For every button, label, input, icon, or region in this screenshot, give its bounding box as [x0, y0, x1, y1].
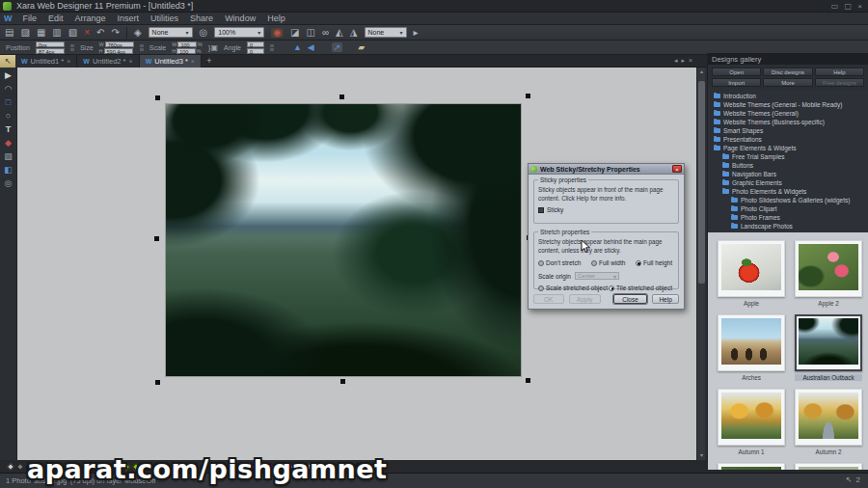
- tree-item-photo-clipart[interactable]: Photo Clipart: [708, 204, 868, 213]
- menu-edit[interactable]: Edit: [43, 14, 68, 23]
- free-designs-button[interactable]: Free designs: [815, 78, 864, 87]
- apply-button[interactable]: Apply: [569, 294, 601, 304]
- angle-shear-field[interactable]: 0: [247, 48, 264, 54]
- radio-dont-stretch[interactable]: Don't stretch: [538, 259, 581, 266]
- open-button[interactable]: Open: [712, 68, 761, 76]
- export-slice-icon[interactable]: ◫: [307, 28, 315, 38]
- menu-window[interactable]: Window: [220, 14, 260, 23]
- current-tool-indicator[interactable]: ↖: [0, 55, 15, 68]
- gallery-thumbnail-partial-1[interactable]: [718, 463, 785, 470]
- size-h-field[interactable]: 590.4px: [104, 48, 133, 54]
- selection-handle-top-left[interactable]: [155, 95, 160, 100]
- flip-horizontal-icon[interactable]: ◀: [308, 42, 314, 52]
- transparency-tool[interactable]: ▧: [4, 152, 13, 161]
- selection-handle-bottom-left[interactable]: [155, 380, 160, 385]
- delete-icon[interactable]: ×: [84, 28, 90, 38]
- new-tab-button[interactable]: +: [202, 55, 217, 68]
- tree-item-photo-slideshows[interactable]: Photo Slideshows & Galleries (widgets): [708, 196, 868, 204]
- snap-icon[interactable]: ◉: [271, 28, 284, 38]
- rotate-icon[interactable]: ↗: [332, 42, 343, 52]
- scrollbar-thumb[interactable]: [698, 81, 705, 284]
- zoom-dropdown[interactable]: 100%▾: [214, 27, 264, 38]
- shape-editor-tool[interactable]: ◠: [5, 85, 13, 94]
- eraser-icon[interactable]: ▰: [358, 42, 365, 52]
- tree-item-presentations[interactable]: Presentations: [708, 135, 868, 144]
- gallery-thumbnail-autumn2[interactable]: Autumn 2: [795, 389, 862, 455]
- help-button[interactable]: Help: [815, 68, 864, 76]
- close-button[interactable]: Close: [613, 294, 647, 304]
- flip-vertical-icon[interactable]: ▲: [293, 42, 302, 52]
- gallery-thumbnail-apple[interactable]: Apple: [718, 240, 785, 307]
- close-icon[interactable]: ×: [67, 58, 70, 65]
- window-controls[interactable]: ▭ ▢ ×: [831, 2, 864, 11]
- preview-window-icon[interactable]: ◭: [336, 28, 343, 38]
- apply-arrow-icon[interactable]: ▸: [414, 28, 419, 38]
- tree-item-introduction[interactable]: Introduction: [708, 92, 868, 100]
- tab-untitled1[interactable]: W Untitled1 * ×: [15, 55, 77, 68]
- push-tool-icon[interactable]: ◈: [134, 28, 142, 38]
- copy-icon[interactable]: ▥: [52, 28, 61, 38]
- position-spinner[interactable]: [70, 44, 74, 51]
- menu-insert[interactable]: Insert: [113, 14, 145, 23]
- gallery-thumbnail-autumn1[interactable]: Autumn 1: [718, 389, 785, 455]
- radio-tile-stretched[interactable]: Tile stretched object: [609, 285, 672, 291]
- open-file-icon[interactable]: ▨: [20, 28, 29, 38]
- gallery-thumbnail-arches[interactable]: Arches: [718, 314, 785, 381]
- menu-arrange[interactable]: Arrange: [70, 14, 111, 23]
- gallery-thumbnail-australian-outback[interactable]: Australian Outback: [795, 314, 862, 381]
- radio-scale-stretched[interactable]: Scale stretched object: [538, 285, 608, 291]
- angle-spinner[interactable]: [270, 44, 274, 51]
- scale-origin-select[interactable]: Center▾: [575, 272, 619, 280]
- scale-h-field[interactable]: 100: [176, 48, 196, 54]
- selector-tool[interactable]: ▶: [5, 71, 12, 80]
- menu-help[interactable]: Help: [262, 14, 290, 23]
- photo-tool[interactable]: ◧: [4, 166, 13, 175]
- zoom-tool-icon[interactable]: ◎: [200, 28, 208, 38]
- scroll-left-icon[interactable]: ◂: [674, 57, 678, 65]
- tab-untitled2[interactable]: W Untitled2 * ×: [77, 55, 139, 68]
- radio-full-width[interactable]: Full width: [591, 259, 625, 266]
- save-file-icon[interactable]: ▦: [37, 28, 45, 38]
- selection-handle-top-center[interactable]: [339, 95, 344, 99]
- gallery-thumbnail-partial-2[interactable]: [795, 463, 862, 470]
- dialog-title-bar[interactable]: Web Sticky/Stretchy Properties ×: [529, 164, 684, 175]
- selection-handle-bottom-right[interactable]: [526, 378, 530, 383]
- tree-item-photo-elements[interactable]: Photo Elements & Widgets: [708, 187, 868, 196]
- photo-object[interactable]: [166, 104, 521, 376]
- selection-handle-bottom-center[interactable]: [340, 379, 345, 384]
- animation-dropdown[interactable]: None▾: [365, 27, 407, 38]
- close-icon[interactable]: ×: [191, 58, 195, 65]
- import-button[interactable]: Import: [712, 78, 761, 87]
- angle-rotate-field[interactable]: 0: [247, 41, 264, 47]
- selection-handle-top-right[interactable]: [526, 94, 530, 98]
- tree-item-smart-shapes[interactable]: Smart Shapes: [708, 126, 868, 135]
- export-image-icon[interactable]: ◪: [290, 28, 299, 38]
- redo-icon[interactable]: ↷: [112, 28, 120, 38]
- text-tool[interactable]: T: [6, 125, 12, 134]
- tree-item-photo-frames[interactable]: Photo Frames: [708, 213, 868, 222]
- preview-browser-icon[interactable]: ◮: [350, 28, 358, 38]
- tree-item-themes-mobile[interactable]: Website Themes (General - Mobile Ready): [708, 100, 868, 109]
- undo-icon[interactable]: ↶: [96, 28, 104, 38]
- sticky-checkbox[interactable]: Sticky: [538, 206, 674, 213]
- menu-file[interactable]: File: [18, 14, 42, 23]
- gallery-header[interactable]: Designs gallery: [708, 53, 868, 65]
- ellipse-tool[interactable]: ○: [6, 112, 11, 121]
- tree-item-page-elements[interactable]: Page Elements & Widgets: [708, 144, 868, 152]
- link-icon[interactable]: ∞: [322, 28, 329, 38]
- scale-w-field[interactable]: 100: [177, 41, 197, 47]
- scroll-down-icon[interactable]: ▾: [697, 451, 706, 460]
- ok-button[interactable]: OK: [533, 294, 564, 304]
- gallery-thumbnail-apple2[interactable]: Apple 2: [795, 240, 862, 307]
- position-x-field[interactable]: 0px: [36, 41, 65, 47]
- lock-aspect-icon[interactable]: }▣: [208, 43, 218, 52]
- scroll-up-icon[interactable]: ▴: [697, 68, 706, 76]
- scroll-right-icon[interactable]: ▸: [681, 57, 685, 65]
- tree-item-graphic-elements[interactable]: Graphic Elements: [708, 178, 868, 187]
- shadow-tool[interactable]: ◎: [5, 179, 13, 188]
- rectangle-tool[interactable]: □: [6, 98, 11, 107]
- size-w-field[interactable]: 760px: [105, 41, 134, 47]
- tree-item-themes-general[interactable]: Website Themes (General): [708, 109, 868, 118]
- tree-item-buttons[interactable]: Buttons: [708, 161, 868, 170]
- size-spinner[interactable]: [140, 44, 144, 51]
